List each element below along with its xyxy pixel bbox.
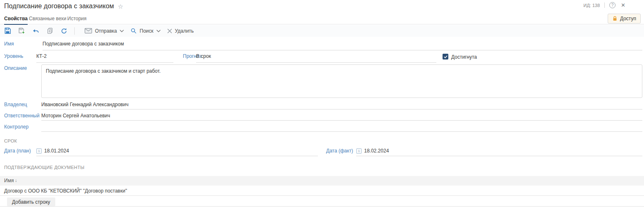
owner-field-underline [41,109,642,109]
documents-table-header: Имя ↓ [0,176,644,186]
calendar-icon[interactable]: 1 [356,148,362,154]
forecast-field-value[interactable]: В срок [196,53,211,59]
controller-field-underline [41,131,642,132]
description-field-label: Описание [4,65,27,71]
tab-related-milestones[interactable]: Связанные вехи [29,16,66,24]
date-plan-field-value[interactable]: 18.01.2024 [44,148,69,154]
responsible-field-label: Ответственный [4,113,40,119]
responsible-field-value[interactable]: Моторин Сергей Анатольевич [41,113,110,119]
sort-desc-icon[interactable]: ↓ [15,178,17,183]
owner-field-label: Владелец [4,102,27,107]
milestone-card: Подписание договора с заказчиком ☆ ИД: 1… [0,0,644,207]
owner-field-value[interactable]: Ивановский Геннадий Александрович [41,102,128,107]
achieved-checkbox-label: Достигнута [451,54,477,60]
document-row-divider [0,195,644,196]
access-button-label: Доступ [620,16,636,21]
lock-icon [612,16,618,21]
copy-icon[interactable] [46,27,53,34]
help-icon[interactable]: ? [609,2,616,8]
chevron-down-icon [156,30,161,32]
save-icon[interactable] [4,27,11,34]
window-controls: ИД: 138 ? ✕ [583,2,625,8]
record-id: ИД: 138 [583,3,600,8]
refresh-icon[interactable] [60,27,67,34]
level-field-underline [36,62,173,63]
date-fact-field-value[interactable]: 18.02.2024 [364,148,389,154]
tab-history[interactable]: История [67,16,87,24]
table-bottom-divider [0,206,644,207]
name-field-underline [43,50,642,50]
divider [604,2,605,8]
add-row-button[interactable]: Добавить строку [7,197,55,206]
calendar-icon[interactable]: 1 [36,148,42,154]
send-button[interactable]: Отправка [85,28,124,34]
search-label: Поиск [140,28,153,34]
date-fact-field-label: Дата (факт) [326,148,353,154]
delete-label: Удалить [175,28,194,34]
search-icon [130,28,137,34]
date-plan-field-underline [36,156,318,156]
delete-button[interactable]: Удалить [167,28,194,34]
undo-icon[interactable] [32,27,39,34]
chevron-down-icon [120,30,124,32]
search-button[interactable]: Поиск [130,28,160,34]
send-label: Отправка [95,28,117,34]
date-fact-field-underline [356,156,642,156]
controller-field-label: Контролер [4,124,28,130]
envelope-icon [85,28,92,33]
tab-properties[interactable]: Свойства [4,16,28,25]
tab-bar: Свойства Связанные вехи История [0,15,644,24]
forecast-field-underline [196,62,436,63]
page-title: Подписание договора с заказчиком [4,2,114,10]
save-and-create-icon[interactable] [18,27,25,34]
responsible-field-underline [41,120,642,121]
documents-column-name[interactable]: Имя [4,178,14,183]
titlebar: Подписание договора с заказчиком ☆ [4,2,123,10]
name-field-label: Имя [4,41,14,47]
document-row[interactable]: Договор с ООО КБ "КЕТОВСКИЙ" "Договор по… [4,188,127,194]
toolbar: Отправка Поиск Удалить [0,25,644,37]
date-plan-field-label: Дата (план) [4,148,31,154]
x-icon [167,29,172,33]
access-button[interactable]: Доступ [608,14,641,24]
level-field-value[interactable]: КТ-2 [36,53,47,59]
description-textarea[interactable]: Подписание договора с заказчиком и старт… [41,64,642,98]
toolbar-divider [74,27,75,35]
level-field-label: Уровень [4,53,23,59]
close-icon[interactable]: ✕ [621,2,625,8]
documents-section-header: ПОДТВЕРЖДАЮЩИЕ ДОКУМЕНТЫ [4,165,85,170]
achieved-checkbox[interactable] [443,54,448,59]
term-section-header: СРОК [4,138,17,143]
favorite-star-icon[interactable]: ☆ [118,3,123,10]
name-field-value[interactable]: Подписание договора с заказчиком [43,41,124,47]
